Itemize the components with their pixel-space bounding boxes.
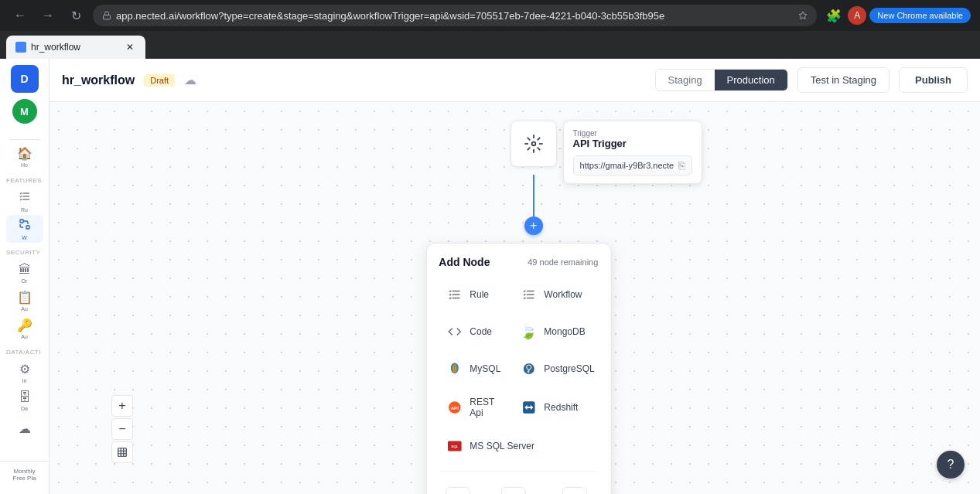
- svg-line-14: [537, 138, 540, 140]
- canvas-area[interactable]: Trigger API Trigger https://gmail-y9Br3.…: [50, 102, 980, 494]
- postgresql-label: PostgreSQL: [544, 363, 594, 374]
- redshift-label: Redshift: [544, 402, 578, 413]
- refresh-button[interactable]: ↻: [65, 5, 87, 26]
- active-tab[interactable]: hr_workflow ✕: [6, 36, 145, 59]
- zoom-out-button[interactable]: −: [111, 418, 133, 440]
- action-nodes: Delay Response: [439, 471, 598, 494]
- sidebar-item-integrations[interactable]: ⚙ In: [6, 359, 43, 387]
- sidebar-item-rules[interactable]: Ru: [6, 187, 43, 215]
- sidebar-divider: [9, 139, 40, 140]
- zoom-controls: + −: [111, 395, 133, 463]
- action-node-delay[interactable]: Delay: [439, 481, 476, 494]
- sidebar-item-data[interactable]: 🗄 Da: [6, 387, 43, 414]
- forward-button[interactable]: →: [37, 5, 59, 26]
- trigger-info-popup: Trigger API Trigger https://gmail-y9Br3.…: [563, 121, 702, 184]
- publish-button[interactable]: Publish: [899, 67, 968, 93]
- workflow-label: Workflow: [544, 289, 582, 300]
- draft-badge: Draft: [144, 74, 175, 87]
- node-item-workflow[interactable]: Workflow: [513, 279, 600, 310]
- node-item-mongodb[interactable]: 🍃 MongoDB: [513, 316, 600, 347]
- code-node-icon: [445, 322, 463, 341]
- svg-rect-6: [26, 226, 29, 229]
- tab-bar: hr_workflow ✕: [0, 31, 980, 59]
- svg-rect-5: [20, 220, 23, 223]
- add-node-button[interactable]: +: [524, 216, 543, 235]
- data-icon: 🗄: [19, 390, 31, 404]
- data-section-label: DATA/ACTI: [0, 349, 41, 356]
- star-icon[interactable]: [798, 11, 808, 20]
- sidebar: D M 🏠 Ho FEATURES Ru W SECURITY 🏛 Or: [0, 59, 50, 494]
- trigger-label: Trigger: [573, 129, 692, 138]
- node-item-redshift[interactable]: Redshift: [513, 390, 600, 424]
- trigger-icon: [523, 133, 545, 155]
- env-tabs: Staging Production: [655, 69, 788, 91]
- rule-label: Rule: [470, 289, 489, 300]
- address-bar[interactable]: app.nected.ai/workflow?type=create&stage…: [93, 5, 817, 26]
- node-item-mssql[interactable]: SQL MS SQL Server: [439, 431, 600, 462]
- tab-close-button[interactable]: ✕: [124, 41, 136, 53]
- app-container: D M 🏠 Ho FEATURES Ru W SECURITY 🏛 Or: [0, 59, 980, 494]
- mssql-icon-svg: SQL: [446, 438, 463, 455]
- trigger-name: API Trigger: [573, 138, 692, 149]
- mongodb-node-icon: 🍃: [519, 322, 538, 341]
- staging-tab[interactable]: Staging: [656, 70, 715, 90]
- trigger-node[interactable]: Trigger API Trigger https://gmail-y9Br3.…: [510, 121, 557, 167]
- action-node-response[interactable]: Response: [488, 481, 539, 494]
- node-item-mysql[interactable]: MySQL: [439, 353, 507, 384]
- svg-rect-37: [118, 448, 127, 457]
- trigger-card[interactable]: [510, 121, 557, 167]
- workflow-node-icon: [519, 285, 538, 304]
- action-node-setvariable[interactable]: Set Variable: [551, 481, 598, 494]
- user-avatar[interactable]: M: [12, 99, 37, 124]
- integrations-icon: ⚙: [19, 362, 30, 376]
- node-item-postgresql[interactable]: PostgreSQL: [513, 353, 600, 384]
- svg-line-15: [527, 148, 530, 151]
- back-button[interactable]: ←: [9, 5, 31, 26]
- sidebar-item-apikey[interactable]: 🔑 Au: [6, 315, 43, 342]
- delay-icon: [445, 487, 470, 494]
- help-button[interactable]: ?: [937, 451, 965, 479]
- code-label: Code: [470, 326, 492, 337]
- test-staging-button[interactable]: Test in Staging: [797, 67, 890, 93]
- apikey-icon: 🔑: [17, 318, 32, 332]
- production-tab[interactable]: Production: [715, 70, 787, 90]
- app-header: hr_workflow Draft ☁ Staging Production T…: [50, 59, 980, 102]
- pg-icon-svg: [521, 361, 536, 376]
- fit-screen-button[interactable]: [111, 441, 133, 463]
- svg-marker-1: [799, 12, 807, 19]
- zoom-in-button[interactable]: +: [111, 395, 133, 417]
- node-grid: Rule Workflow Code: [439, 279, 598, 462]
- setvariable-icon: [562, 487, 587, 494]
- node-item-code[interactable]: Code: [439, 316, 507, 347]
- mysql-label: MySQL: [470, 363, 500, 374]
- mssql-label: MS SQL Server: [470, 441, 534, 451]
- svg-line-13: [537, 148, 540, 151]
- sidebar-item-workflow[interactable]: W: [6, 215, 43, 243]
- trigger-url-text: https://gmail-y9Br3.necte: [580, 161, 674, 170]
- extensions-button[interactable]: 🧩: [823, 5, 845, 26]
- plan-info: Monthly Free Pla: [0, 461, 49, 488]
- sidebar-item-home[interactable]: 🏠 Ho: [6, 143, 43, 171]
- home-icon: 🏠: [17, 146, 32, 161]
- tab-title: hr_workflow: [31, 42, 80, 53]
- sidebar-item-org[interactable]: 🏛 Or: [6, 259, 43, 287]
- mongodb-label: MongoDB: [544, 326, 585, 337]
- features-section-label: FEATURES: [0, 177, 42, 184]
- mysql-node-icon: [445, 359, 463, 378]
- profile-button[interactable]: A: [848, 6, 866, 25]
- redshift-icon-svg: [520, 399, 537, 416]
- new-chrome-badge[interactable]: New Chrome available: [869, 8, 971, 23]
- copy-url-button[interactable]: ⎘: [678, 159, 685, 172]
- cloud-save-icon[interactable]: ☁: [184, 73, 196, 87]
- url-text: app.nected.ai/workflow?type=create&stage…: [116, 10, 794, 22]
- svg-line-12: [527, 138, 530, 140]
- panel-header: Add Node 49 node remaining: [439, 256, 598, 268]
- node-item-rule[interactable]: Rule: [439, 279, 507, 310]
- node-item-rest[interactable]: API REST Api: [439, 390, 507, 424]
- lock-icon: [102, 11, 111, 20]
- mysql-icon-svg: [446, 361, 462, 376]
- workflow-title: hr_workflow: [62, 73, 135, 87]
- sidebar-item-cloud[interactable]: ☁: [6, 414, 43, 442]
- rest-icon-svg: API: [446, 399, 463, 416]
- sidebar-item-audit[interactable]: 📋 Au: [6, 287, 43, 315]
